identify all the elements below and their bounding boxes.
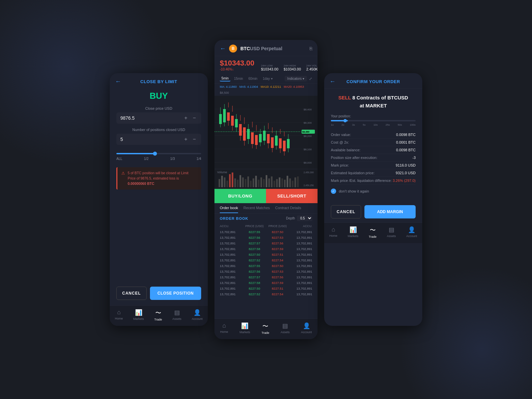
nav-assets-label-right: Assets [387, 234, 396, 238]
tf-1day[interactable]: 1day ▾ [261, 76, 274, 81]
checkbox-label: don't show it again [339, 189, 369, 193]
tf-15min[interactable]: 15min [232, 76, 245, 81]
nav-markets-left[interactable]: 📊 Markets [133, 309, 144, 321]
ob-accu-right-6: 13,702,891 [289, 264, 313, 268]
table-row: 13,702,891 8227.58 8227.59 13,702,891 [214, 280, 318, 286]
cancel-button-right[interactable]: CANCEL [331, 205, 361, 218]
order-book-title: ORDER BOOK [220, 216, 248, 220]
checkbox-row[interactable]: ✓ don't show it again [331, 185, 416, 196]
nav-assets-center[interactable]: ▤ Assets [281, 322, 290, 334]
nav-home-label-left: Home [115, 317, 123, 320]
depth-select[interactable]: 0.5 1.0 2.0 [297, 215, 312, 221]
add-margin-button[interactable]: ADD MARGIN [364, 205, 416, 218]
nav-trade-center[interactable]: 〜 Trade [262, 322, 269, 334]
svg-rect-87 [266, 175, 267, 187]
detail-key-5: Estimated liquidation price: [331, 171, 374, 175]
back-arrow-right[interactable]: ← [330, 78, 335, 85]
at-text: at [360, 103, 366, 108]
close-price-increment[interactable]: + [183, 115, 189, 121]
svg-rect-30 [247, 129, 250, 139]
svg-rect-54 [279, 138, 282, 148]
indicators-button[interactable]: Indicators ▾ [285, 76, 307, 81]
svg-rect-24 [239, 124, 242, 136]
nav-assets-right[interactable]: ▤ Assets [387, 226, 396, 238]
svg-rect-79 [245, 179, 246, 188]
svg-rect-86 [263, 179, 265, 188]
slider-label-third[interactable]: 1/3 [170, 157, 175, 161]
tf-5min[interactable]: 5min [220, 76, 230, 81]
svg-rect-96 [289, 179, 291, 188]
ob-accu-left-3: 13,702,891 [220, 247, 243, 251]
ob-accu-left-1: 13,702,891 [220, 236, 243, 239]
svg-rect-77 [239, 175, 241, 187]
nav-trade-left[interactable]: 〜 Trade [154, 309, 162, 321]
buy-long-button[interactable]: BUY/LONG [214, 189, 266, 203]
trade-icon-right: 〜 [370, 226, 376, 234]
nav-account-label-center: Account [301, 331, 312, 334]
slider-label-all[interactable]: ALL [116, 157, 122, 161]
slider-label-quarter[interactable]: 1/4 [197, 157, 201, 161]
share-icon[interactable]: ⎘ [310, 46, 312, 51]
detail-val-3: -3 [412, 156, 416, 160]
detail-val-2: 0.0098 BTC [396, 148, 416, 152]
nav-home-right[interactable]: ⌂ Home [330, 226, 337, 238]
nav-account-right[interactable]: 👤 Account [406, 226, 417, 238]
assets-icon-center: ▤ [282, 322, 288, 330]
slider-labels: ALL 1/2 1/3 1/4 [116, 157, 201, 161]
warning-icon: ⚠ [121, 171, 125, 176]
nav-home-label-right: Home [330, 234, 337, 237]
ob-accu-left-10: 13,702,891 [220, 287, 243, 290]
expand-icon[interactable]: ⤢ [309, 76, 312, 81]
table-row: 13,702,891 8227.56 8227.53 13,702,891 [214, 269, 318, 274]
nav-account-center[interactable]: 👤 Account [301, 322, 312, 334]
slider-label-half[interactable]: 1/2 [144, 157, 149, 161]
svg-rect-57 [283, 141, 286, 151]
positions-increment[interactable]: + [183, 136, 189, 142]
nav-assets-left[interactable]: ▤ Assets [173, 309, 182, 321]
positions-decrement[interactable]: − [192, 136, 197, 142]
tab-recent-matches[interactable]: Recent Matches [243, 203, 270, 213]
nav-home-left[interactable]: ⌂ Home [115, 309, 123, 321]
tab-contract-details[interactable]: Contract Details [275, 203, 301, 213]
nav-account-label-right: Account [406, 234, 417, 238]
tab-order-book[interactable]: Order book [220, 203, 238, 213]
leverage-track[interactable] [331, 120, 416, 121]
ob-ask-2: 8227.57 [243, 241, 266, 245]
detail-key-4: Mark price: [331, 163, 349, 167]
close-price-decrement[interactable]: − [192, 115, 197, 121]
ob-bid-9: 8227.59 [266, 281, 289, 285]
svg-text:2,450,300: 2,450,300 [304, 171, 314, 174]
detail-row: Estimated liquidation price: 9321.0 USD [331, 169, 416, 177]
lev-50x: 50x [398, 123, 402, 126]
svg-rect-72 [226, 181, 228, 187]
svg-rect-36 [255, 135, 258, 145]
ob-accu-right-7: 13,702,891 [289, 270, 313, 273]
main-price: $10343.00 [220, 59, 254, 67]
ob-ask-11: 8227.52 [243, 292, 266, 296]
svg-rect-39 [259, 134, 262, 142]
position-slider[interactable]: ALL 1/2 1/3 1/4 [110, 149, 208, 165]
order-book-header: ORDER BOOK Depth 0.5 1.0 2.0 [214, 213, 318, 223]
ob-accu-right-4: 13,702,891 [289, 253, 313, 256]
svg-rect-48 [271, 137, 274, 148]
ma-label-3: MA10: 4.12211 [261, 85, 281, 88]
candlestick-svg: $8,380 [214, 96, 318, 169]
nav-home-center[interactable]: ⌂ Home [220, 322, 228, 334]
nav-markets-right[interactable]: 📊 Markets [348, 226, 358, 238]
nav-markets-center[interactable]: 📊 Markets [239, 322, 250, 334]
sell-short-button[interactable]: SELL/SHORT [266, 189, 318, 203]
back-arrow-center[interactable]: ← [220, 45, 226, 52]
svg-rect-27 [243, 127, 246, 141]
close-position-button[interactable]: CLOSE POSITION [150, 287, 201, 300]
back-arrow-left[interactable]: ← [115, 78, 121, 85]
nav-account-left[interactable]: 👤 Account [192, 309, 203, 321]
ma-row: MA: 4.11860 MA5: 4.11904 MA10: 4.12211 M… [214, 84, 318, 96]
tf-60min[interactable]: 60min [247, 76, 259, 81]
svg-rect-82 [253, 179, 254, 188]
of-text: of [381, 95, 387, 100]
nav-trade-right[interactable]: 〜 Trade [369, 226, 376, 238]
pair-usd: USD Perpetual [250, 46, 282, 51]
pair-text: BTCUSD [387, 95, 408, 100]
cancel-button-left[interactable]: CANCEL [116, 287, 147, 300]
detail-row: Mark price: 9116.0 USD [331, 162, 416, 169]
